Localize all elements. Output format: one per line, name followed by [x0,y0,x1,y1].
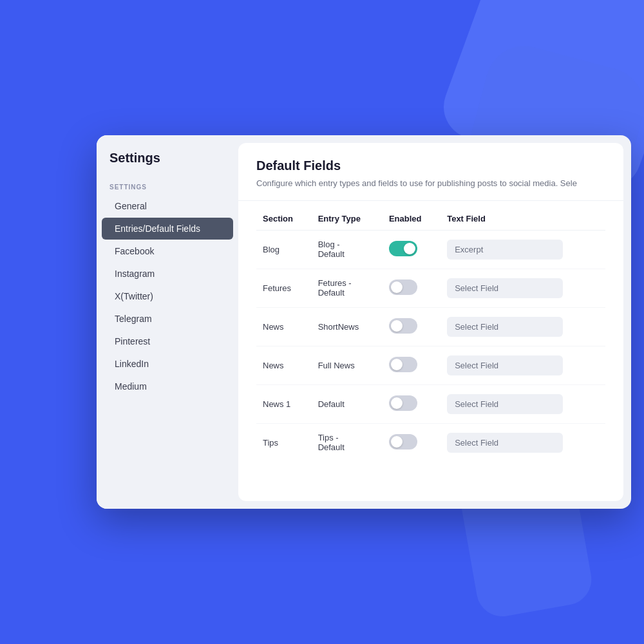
default-fields-table: Section Entry Type Enabled Text Field Bl… [256,206,605,462]
cell-section: Blog [256,230,312,269]
sidebar-item-pinterest[interactable]: Pinterest [102,330,233,352]
cell-text-field[interactable]: Select Field [440,346,605,384]
sidebar-item-medium[interactable]: Medium [102,375,233,397]
cell-section: News [256,307,312,346]
cell-text-field[interactable]: Excerpt [440,230,605,269]
cell-section: Fetures [256,269,312,307]
toggle-knob [391,320,402,332]
table-row: TipsTips - DefaultSelect Field [256,423,605,462]
cell-entry-type: Default [312,384,383,423]
cell-enabled[interactable] [383,269,440,307]
cell-entry-type: ShortNews [312,307,383,346]
sidebar-app-title: Settings [97,151,238,178]
cell-section: News [256,346,312,384]
cell-entry-type: Fetures - Default [312,269,383,307]
col-entry-type: Entry Type [312,206,383,231]
sidebar-item-xtwitter[interactable]: X(Twitter) [102,285,233,307]
text-field-select[interactable]: Select Field [447,317,563,337]
sidebar-item-general[interactable]: General [102,195,233,217]
cell-text-field[interactable]: Select Field [440,384,605,423]
text-field-select[interactable]: Select Field [447,394,563,414]
sidebar-item-facebook[interactable]: Facebook [102,240,233,262]
text-field-select[interactable]: Select Field [447,355,563,375]
cell-enabled[interactable] [383,307,440,346]
table-row: NewsFull NewsSelect Field [256,346,605,384]
content-title: Default Fields [256,158,605,173]
cell-enabled[interactable] [383,230,440,269]
sidebar-item-entries[interactable]: Entries/Default Fields [102,218,233,240]
text-field-select[interactable]: Select Field [447,278,563,298]
col-text-field: Text Field [440,206,605,231]
toggle-knob [391,397,402,409]
sidebar: Settings SETTINGS General Entries/Defaul… [97,135,238,509]
table-row: NewsShortNewsSelect Field [256,307,605,346]
cell-entry-type: Tips - Default [312,423,383,462]
toggle-knob [391,436,402,448]
cell-text-field[interactable]: Select Field [440,269,605,307]
cell-section: News 1 [256,384,312,423]
toggle-knob [391,359,402,370]
cell-enabled[interactable] [383,384,440,423]
toggle-knob [404,243,415,254]
main-content: Default Fields Configure which entry typ… [238,143,623,501]
table-row: FeturesFetures - DefaultSelect Field [256,269,605,307]
col-section: Section [256,206,312,231]
cell-enabled[interactable] [383,423,440,462]
table-container: Section Entry Type Enabled Text Field Bl… [238,201,623,502]
sidebar-item-linkedin[interactable]: LinkedIn [102,353,233,375]
text-field-select[interactable]: Select Field [447,433,563,453]
toggle-switch[interactable] [389,434,417,450]
sidebar-item-instagram[interactable]: Instagram [102,263,233,285]
toggle-switch[interactable] [389,395,417,411]
cell-entry-type: Full News [312,346,383,384]
cell-enabled[interactable] [383,346,440,384]
table-row: BlogBlog - DefaultExcerpt [256,230,605,269]
toggle-switch[interactable] [389,318,417,334]
table-header-row: Section Entry Type Enabled Text Field [256,206,605,231]
toggle-switch[interactable] [389,357,417,372]
col-enabled: Enabled [383,206,440,231]
cell-text-field[interactable]: Select Field [440,307,605,346]
toggle-knob [391,281,402,293]
table-row: News 1DefaultSelect Field [256,384,605,423]
sidebar-item-telegram[interactable]: Telegram [102,308,233,330]
cell-text-field[interactable]: Select Field [440,423,605,462]
cell-section: Tips [256,423,312,462]
toggle-switch[interactable] [389,241,417,256]
text-field-select[interactable]: Excerpt [447,240,563,260]
sidebar-section-label: SETTINGS [97,178,238,194]
content-header: Default Fields Configure which entry typ… [238,143,623,201]
toggle-switch[interactable] [389,279,417,295]
content-description: Configure which entry types and fields t… [256,177,605,190]
cell-entry-type: Blog - Default [312,230,383,269]
settings-window: Settings SETTINGS General Entries/Defaul… [97,135,631,509]
